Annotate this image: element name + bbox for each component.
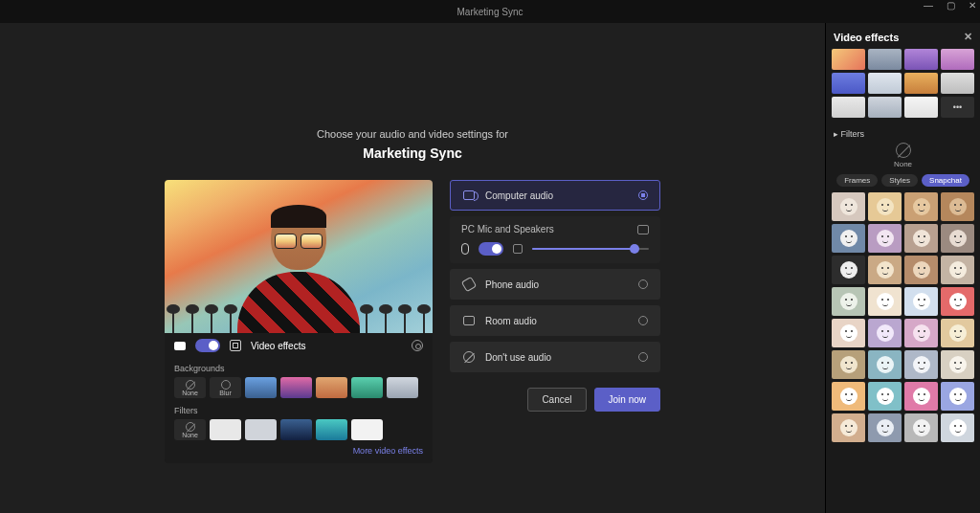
panel-filter-option[interactable] [868, 224, 902, 253]
bg-option[interactable] [280, 377, 312, 398]
tab-snapchat[interactable]: Snapchat [922, 174, 969, 187]
panel-bg-option[interactable]: ••• [941, 97, 974, 118]
filters-quick-row: None [174, 419, 423, 440]
audio-device-name: PC Mic and Speakers [461, 224, 554, 234]
panel-filter-option[interactable] [941, 287, 974, 316]
panel-bg-option[interactable] [868, 97, 902, 118]
panel-filter-option[interactable] [904, 256, 938, 284]
panel-bg-option[interactable] [832, 49, 865, 70]
panel-filter-option[interactable] [868, 350, 902, 379]
panel-filter-option[interactable] [832, 350, 865, 379]
bg-option[interactable] [351, 377, 383, 398]
speaker-small-icon [513, 244, 523, 254]
volume-slider[interactable] [532, 248, 649, 250]
tab-frames[interactable]: Frames [836, 174, 878, 187]
panel-filter-option[interactable] [941, 192, 974, 221]
gear-icon[interactable] [412, 340, 423, 351]
panel-filter-option[interactable] [941, 256, 974, 284]
backgrounds-label: Backgrounds [174, 364, 423, 373]
more-video-effects-link[interactable]: More video effects [174, 446, 423, 456]
speaker-icon [463, 190, 475, 200]
panel-filter-option[interactable] [868, 287, 902, 316]
audio-option-room[interactable]: Room audio [450, 305, 660, 336]
panel-bg-option[interactable] [904, 49, 938, 70]
camera-icon [174, 342, 186, 350]
filter-option[interactable] [351, 419, 383, 440]
panel-filter-option[interactable] [868, 192, 902, 221]
audio-option-none[interactable]: Don't use audio [450, 342, 660, 372]
panel-bg-option[interactable] [832, 73, 865, 94]
phone-icon [461, 277, 477, 292]
room-icon [463, 316, 475, 325]
filter-option[interactable] [245, 419, 277, 440]
panel-filter-option[interactable] [832, 287, 865, 316]
audio-option-computer[interactable]: Computer audio [450, 180, 660, 211]
audio-option-phone[interactable]: Phone audio [450, 269, 660, 300]
panel-filter-option[interactable] [832, 413, 865, 442]
panel-filters-label[interactable]: Filters [834, 129, 974, 139]
radio-icon [638, 316, 648, 325]
panel-bg-option[interactable] [832, 97, 865, 118]
filter-none[interactable]: None [174, 419, 206, 440]
panel-filter-option[interactable] [868, 382, 902, 411]
panel-bg-option[interactable] [941, 49, 974, 70]
filter-option[interactable] [316, 419, 347, 440]
panel-filter-option[interactable] [941, 413, 974, 442]
panel-bg-option[interactable] [904, 97, 938, 118]
filter-option[interactable] [210, 419, 241, 440]
panel-title: Video effects [834, 32, 899, 43]
panel-backgrounds-grid: ••• [832, 49, 974, 118]
panel-bg-option[interactable] [868, 49, 902, 70]
mic-toggle[interactable] [479, 242, 503, 256]
panel-filter-none[interactable]: None [886, 143, 921, 168]
close-panel-icon[interactable]: ✕ [964, 31, 972, 43]
minimize-icon[interactable]: — [924, 0, 933, 11]
panel-filter-option[interactable] [832, 382, 865, 411]
panel-filter-option[interactable] [904, 192, 938, 221]
radio-icon [638, 279, 648, 289]
audio-device-detail: PC Mic and Speakers [450, 216, 660, 263]
window-title: Marketing Sync [457, 7, 523, 17]
bg-blur[interactable]: Blur [210, 377, 241, 398]
panel-bg-option[interactable] [941, 73, 974, 94]
panel-filter-option[interactable] [904, 287, 938, 316]
cancel-button[interactable]: Cancel [527, 388, 586, 412]
bg-option[interactable] [387, 377, 418, 398]
maximize-icon[interactable]: ▢ [947, 0, 955, 11]
panel-filter-option[interactable] [941, 224, 974, 253]
video-preview [165, 180, 433, 333]
camera-toggle[interactable] [195, 339, 220, 352]
panel-filter-option[interactable] [868, 413, 902, 442]
panel-filter-option[interactable] [832, 224, 865, 253]
close-window-icon[interactable]: ✕ [969, 0, 976, 11]
bg-option[interactable] [316, 377, 347, 398]
video-effects-label[interactable]: Video effects [251, 341, 305, 351]
panel-bg-option[interactable] [868, 73, 902, 94]
mic-icon [461, 243, 469, 255]
radio-icon [638, 352, 648, 362]
panel-filter-option[interactable] [904, 224, 938, 253]
bg-option[interactable] [245, 377, 277, 398]
panel-filter-option[interactable] [904, 350, 938, 379]
device-options-icon[interactable] [637, 225, 649, 234]
join-now-button[interactable]: Join now [594, 388, 660, 412]
panel-filter-option[interactable] [832, 192, 865, 221]
panel-filter-option[interactable] [868, 256, 902, 284]
panel-filter-option[interactable] [904, 382, 938, 411]
tab-styles[interactable]: Styles [881, 174, 918, 187]
panel-filter-grid [832, 192, 974, 442]
panel-filter-option[interactable] [904, 413, 938, 442]
panel-filter-option[interactable] [832, 319, 865, 347]
preview-controls: Video effects [165, 333, 433, 358]
panel-filter-option[interactable] [904, 319, 938, 347]
filters-quick-label: Filters [174, 406, 423, 415]
panel-filter-option[interactable] [941, 382, 974, 411]
panel-filter-option[interactable] [832, 256, 865, 284]
panel-filter-option[interactable] [868, 319, 902, 347]
panel-bg-option[interactable] [904, 73, 938, 94]
panel-filter-option[interactable] [941, 350, 974, 379]
filter-option[interactable] [280, 419, 312, 440]
bg-none[interactable]: None [174, 377, 206, 398]
meeting-name: Marketing Sync [363, 145, 461, 161]
panel-filter-option[interactable] [941, 319, 974, 347]
